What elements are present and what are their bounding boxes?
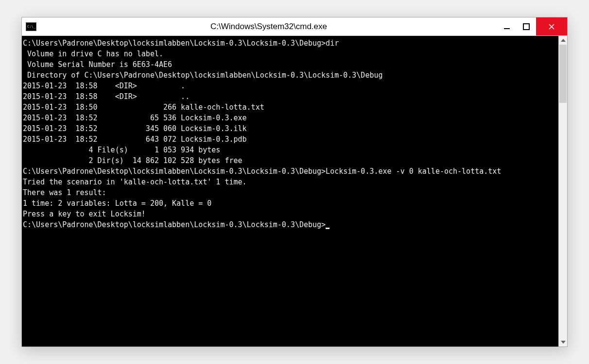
terminal-line: 2015-01-23 18:52 643 072 Locksim-0.3.pdb — [23, 134, 558, 145]
vertical-scrollbar[interactable] — [558, 36, 567, 347]
maximize-button[interactable] — [517, 17, 536, 35]
terminal-line: 2015-01-23 18:58 <DIR> .. — [23, 91, 558, 102]
terminal-output[interactable]: C:\Users\Padrone\Desktop\locksimlabben\L… — [22, 36, 558, 347]
window-title: C:\Windows\System32\cmd.exe — [40, 17, 497, 35]
terminal-line: C:\Users\Padrone\Desktop\locksimlabben\L… — [23, 219, 558, 230]
terminal-line: C:\Users\Padrone\Desktop\locksimlabben\L… — [23, 38, 558, 49]
terminal-line: Press a key to exit Locksim! — [23, 209, 558, 219]
minimize-button[interactable] — [497, 17, 517, 35]
scroll-up-arrow-icon[interactable] — [559, 36, 568, 45]
terminal-line: There was 1 result: — [23, 187, 558, 198]
cmd-window: C:\Windows\System32\cmd.exe C:\Users\Pad… — [21, 17, 568, 347]
terminal-line: 2 Dir(s) 14 862 102 528 bytes free — [23, 155, 558, 166]
terminal-line: 1 time: 2 variables: Lotta = 200, Kalle … — [23, 198, 558, 209]
terminal-line: 2015-01-23 18:58 <DIR> . — [23, 81, 558, 91]
titlebar[interactable]: C:\Windows\System32\cmd.exe — [22, 17, 567, 36]
terminal-line: Volume Serial Number is 6E63-4AE6 — [23, 59, 558, 70]
terminal-line: Tried the scenario in 'kalle-och-lotta.t… — [23, 177, 558, 187]
terminal-line: Volume in drive C has no label. — [23, 49, 558, 59]
svg-rect-0 — [504, 28, 510, 29]
scroll-thumb[interactable] — [559, 45, 567, 103]
scroll-down-arrow-icon[interactable] — [559, 338, 568, 347]
terminal-line: 4 File(s) 1 053 934 bytes — [23, 145, 558, 155]
terminal-area: C:\Users\Padrone\Desktop\locksimlabben\L… — [22, 36, 567, 347]
terminal-line: 2015-01-23 18:52 345 060 Locksim-0.3.ilk — [23, 123, 558, 134]
terminal-line: C:\Users\Padrone\Desktop\locksimlabben\L… — [23, 166, 558, 177]
window-controls — [497, 17, 567, 35]
svg-rect-1 — [523, 24, 529, 30]
cursor — [326, 228, 329, 229]
terminal-line: 2015-01-23 18:50 266 kalle-och-lotta.txt — [23, 102, 558, 113]
close-button[interactable] — [536, 17, 567, 35]
terminal-line: 2015-01-23 18:52 65 536 Locksim-0.3.exe — [23, 113, 558, 123]
cmd-icon — [26, 22, 36, 31]
terminal-line: Directory of C:\Users\Padrone\Desktop\lo… — [23, 70, 558, 81]
